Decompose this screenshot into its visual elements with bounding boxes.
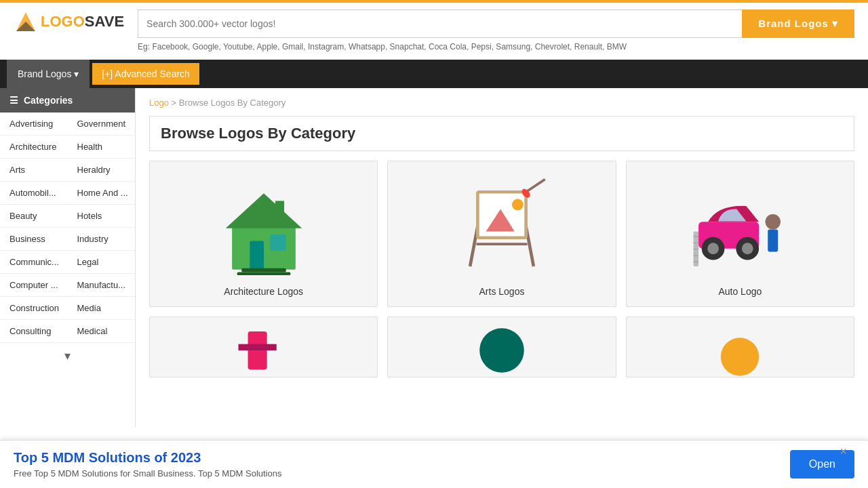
logo-text: LOGOSAVE [41,13,124,30]
sidebar-item-legal[interactable]: Legal [68,251,136,274]
search-button[interactable]: Brand Logos ▾ [742,9,854,38]
logo-card-arts[interactable]: Arts Logos [387,161,616,307]
sidebar-item-communic[interactable]: Communic... [0,251,68,274]
auto-logo-image [686,171,794,279]
svg-rect-4 [250,241,264,269]
logo[interactable]: LOGOSAVE [14,9,124,34]
logo-icon [14,9,38,34]
svg-point-19 [708,243,719,254]
sidebar-header: ☰ Categories [0,88,135,113]
svg-point-33 [721,338,759,375]
logo-card-5[interactable] [387,317,616,378]
svg-rect-7 [241,268,286,272]
header: LOGOSAVE Brand Logos ▾ Eg: Facebook, Goo… [0,3,868,60]
search-area: Brand Logos ▾ Eg: Facebook, Google, Yout… [138,9,854,53]
logo-card-4[interactable] [149,317,378,378]
svg-point-22 [766,214,781,230]
sidebar-item-industry[interactable]: Industry [68,228,136,251]
sidebar-item-arts[interactable]: Arts [0,159,68,182]
logo-card-4-image [210,327,318,374]
sidebar-item-manufactu[interactable]: Manufactu... [68,274,136,297]
arts-logo-image [448,171,556,279]
search-input[interactable] [138,9,742,38]
svg-point-21 [742,243,753,254]
sidebar-item-construction[interactable]: Construction [0,297,68,320]
svg-rect-6 [275,201,284,220]
search-hints: Eg: Facebook, Google, Youtube, Apple, Gm… [138,41,854,53]
arts-card-label: Arts Logos [479,286,525,297]
logo-card-6-image [686,327,794,374]
sidebar-item-homeand[interactable]: Home And ... [68,182,136,205]
sidebar-item-architecture[interactable]: Architecture [0,136,68,159]
sidebar-expand-button[interactable]: ▾ [0,343,135,369]
breadcrumb: Logo > Browse Logos By Category [149,98,854,108]
logo-card-auto[interactable]: Auto Logo [626,161,854,307]
sidebar-col-1: Advertising Architecture Arts Automobil.… [0,113,68,343]
categories-icon: ☰ [9,95,18,106]
auto-card-label: Auto Logo [718,286,762,297]
breadcrumb-separator: > [172,98,179,108]
architecture-logo-image [210,171,318,279]
svg-line-15 [526,180,545,192]
sidebar-item-media[interactable]: Media [68,297,136,320]
sidebar-item-health[interactable]: Health [68,136,136,159]
sidebar-item-heraldry[interactable]: Heraldry [68,159,136,182]
sidebar-item-government[interactable]: Government [68,113,136,136]
sidebar-item-business[interactable]: Business [0,228,68,251]
section-title: Browse Logos By Category [149,116,854,151]
main-layout: ☰ Categories Advertising Architecture Ar… [0,88,868,427]
sidebar-columns: Advertising Architecture Arts Automobil.… [0,113,135,343]
sidebar-item-consulting[interactable]: Consulting [0,320,68,343]
sidebar-item-advertising[interactable]: Advertising [0,113,68,136]
svg-rect-23 [768,230,778,252]
logo-card-architecture[interactable]: Architecture Logos [149,161,378,307]
sidebar: ☰ Categories Advertising Architecture Ar… [0,88,136,427]
sidebar-item-automobil[interactable]: Automobil... [0,182,68,205]
logo-card-5-image [448,327,556,374]
content: Logo > Browse Logos By Category Browse L… [136,88,868,427]
logo-card-6[interactable] [626,317,854,378]
svg-rect-31 [238,344,276,350]
nav-bar: Brand Logos ▾ [+] Advanced Search [0,60,868,88]
breadcrumb-current: Browse Logos By Category [179,98,286,108]
svg-marker-3 [225,193,302,228]
architecture-card-label: Architecture Logos [224,286,303,297]
nav-advanced-search[interactable]: [+] Advanced Search [92,63,199,85]
logo-grid: Architecture Logos [149,161,854,378]
sidebar-item-medical[interactable]: Medical [68,320,136,343]
sidebar-item-hotels[interactable]: Hotels [68,205,136,228]
nav-brand-logos[interactable]: Brand Logos ▾ [7,60,90,88]
sidebar-item-computer[interactable]: Computer ... [0,274,68,297]
breadcrumb-logo-link[interactable]: Logo [149,98,169,108]
sidebar-col-2: Government Health Heraldry Home And ... … [68,113,136,343]
svg-point-32 [479,328,524,373]
svg-rect-8 [237,272,290,275]
svg-rect-5 [270,235,285,250]
sidebar-item-beauty[interactable]: Beauty [0,205,68,228]
svg-point-14 [512,199,524,211]
